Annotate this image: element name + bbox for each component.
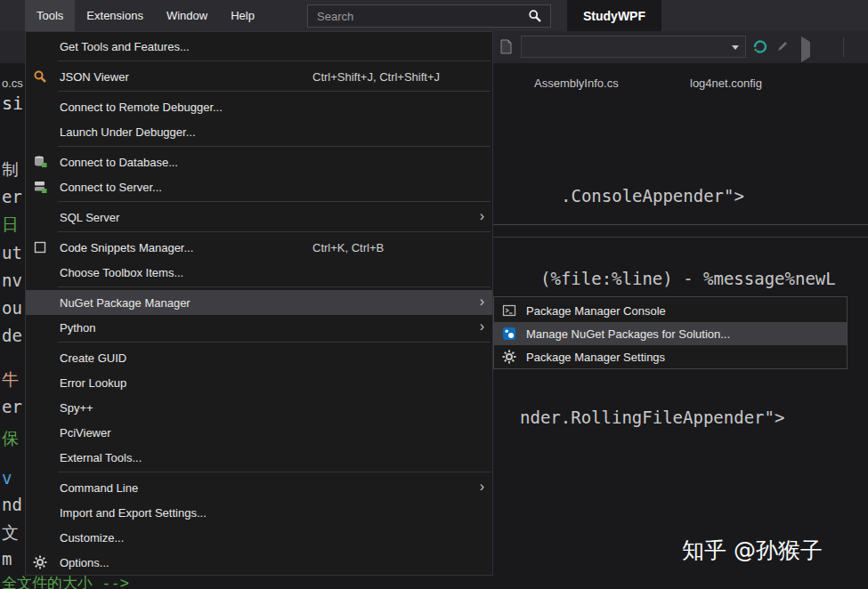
toolbar-combobox[interactable] (521, 36, 746, 58)
menu-item-connect-to-remote-debugger[interactable]: Connect to Remote Debugger... (26, 94, 492, 119)
menu-item-label: Code Snippets Manager... (60, 241, 193, 254)
menu-separator (58, 472, 491, 472)
menu-item-customize[interactable]: Customize... (26, 525, 492, 550)
console-icon (502, 303, 516, 318)
left-fragment: 文 (2, 521, 19, 545)
menu-item-create-guid[interactable]: Create GUID (26, 345, 492, 370)
menu-item-choose-toolbox-items[interactable]: Choose Toolbox Items... (26, 260, 492, 285)
tab-assemblyinfo[interactable]: AssemblyInfo.cs (534, 77, 619, 90)
menubar-item-help[interactable]: Help (219, 0, 266, 31)
menu-item-label: Command Line (60, 481, 138, 495)
left-fragment: ou (2, 298, 22, 318)
menu-item-label: Error Lookup (60, 376, 126, 390)
left-fragment: v (2, 468, 12, 488)
submenu-item-label: Package Manager Settings (526, 351, 665, 364)
database-plug-icon (33, 155, 47, 169)
submenu-item-package-manager-settings[interactable]: Package Manager Settings (494, 345, 847, 368)
submenu-item-manage-nuget-packages-for-solution[interactable]: Manage NuGet Packages for Solution... (494, 322, 847, 345)
menu-item-label: Connect to Database... (60, 156, 178, 169)
editor-divider-line (493, 224, 868, 225)
toolbar-document-icon[interactable] (499, 39, 514, 58)
menu-item-sql-server[interactable]: SQL Server › (26, 205, 492, 230)
edit-pencil-icon[interactable] (776, 39, 790, 56)
left-fragment: de (2, 326, 22, 345)
menu-separator (58, 342, 491, 343)
left-fragment: si (2, 93, 23, 114)
menu-item-json-viewer[interactable]: JSON Viewer Ctrl+Shift+J, Ctrl+Shift+J (26, 64, 492, 89)
menu-item-pciviewer[interactable]: PciViewer (26, 420, 492, 445)
menu-separator (58, 231, 491, 232)
menu-item-options[interactable]: Options... (26, 550, 492, 575)
menu-item-label: Get Tools and Features... (60, 40, 190, 53)
menu-item-label: Python (60, 321, 95, 335)
menu-item-label: Connect to Remote Debugger... (60, 101, 223, 114)
editor-divider-line-2 (493, 237, 868, 238)
play-icon[interactable] (801, 42, 810, 58)
title-bar: Tools Extensions Window Help Search Stud… (0, 0, 868, 31)
menu-item-launch-under-debugger[interactable]: Launch Under Debugger... (26, 119, 492, 144)
menu-item-label: JSON Viewer (60, 70, 129, 84)
submenu-item-label: Manage NuGet Packages for Solution... (526, 327, 730, 341)
left-fragment: o.cs (2, 77, 23, 90)
menu-item-code-snippets-manager[interactable]: Code Snippets Manager... Ctrl+K, Ctrl+B (26, 235, 492, 260)
menu-item-command-line[interactable]: Command Line › (26, 475, 492, 500)
menu-item-get-tools-and-features[interactable]: Get Tools and Features... (26, 34, 492, 59)
submenu-arrow-icon: › (480, 205, 484, 230)
toolbar-separator (843, 37, 844, 57)
menu-bar: Tools Extensions Window Help (25, 0, 266, 31)
menu-separator (58, 91, 491, 92)
left-fragment: er (2, 397, 22, 416)
left-fragment: m (2, 549, 12, 569)
json-viewer-magnifier-icon (33, 69, 47, 84)
menu-separator (58, 286, 491, 287)
menubar-item-extensions[interactable]: Extensions (75, 0, 155, 31)
submenu-item-package-manager-console[interactable]: Package Manager Console (494, 299, 847, 322)
search-input[interactable]: Search (307, 4, 551, 28)
server-plug-icon (33, 180, 47, 194)
search-icon[interactable] (528, 9, 542, 23)
search-placeholder: Search (308, 10, 528, 23)
window-title: StudyWPF (567, 0, 661, 31)
menu-item-error-lookup[interactable]: Error Lookup (26, 370, 492, 395)
menu-item-shortcut: Ctrl+Shift+J, Ctrl+Shift+J (312, 70, 440, 84)
code-snippets-icon (33, 240, 47, 254)
menu-item-label: Customize... (60, 531, 124, 545)
gear-icon (502, 350, 516, 364)
menubar-item-window[interactable]: Window (155, 0, 219, 31)
menu-item-import-and-export-settings[interactable]: Import and Export Settings... (26, 500, 492, 525)
tab-log4net-config[interactable]: log4net.config (690, 77, 762, 90)
menu-item-label: Connect to Server... (60, 181, 162, 194)
code-line-pattern: (%file:%line) - %message%newL (540, 269, 836, 288)
code-line-rolling-appender: nder.RollingFileAppender"> (520, 407, 784, 427)
menu-separator (58, 146, 491, 147)
submenu-item-label: Package Manager Console (526, 304, 666, 318)
left-fragment: nv (2, 270, 22, 290)
menu-item-label: Create GUID (60, 351, 126, 365)
nuget-submenu: Package Manager Console Manage NuGet Pac… (493, 296, 848, 369)
menu-item-python[interactable]: Python › (26, 315, 492, 340)
vs-window: AssemblyInfo.cs log4net.config .ConsoleA… (0, 0, 868, 589)
menu-separator (58, 61, 491, 61)
menu-item-connect-to-database[interactable]: Connect to Database... (26, 149, 492, 174)
menu-item-label: Options... (60, 556, 110, 569)
menu-item-spy-plus-plus[interactable]: Spy++ (26, 395, 492, 420)
left-fragment: er (2, 187, 22, 206)
left-fragment: nd (2, 495, 22, 514)
menubar-item-tools[interactable]: Tools (25, 0, 75, 31)
menu-item-label: Choose Toolbox Items... (60, 266, 183, 279)
menu-separator (58, 201, 491, 202)
menu-item-label: External Tools... (60, 451, 142, 464)
left-fragment: 保 (2, 427, 19, 450)
menu-item-shortcut: Ctrl+K, Ctrl+B (312, 241, 384, 254)
toolbar-sync-icon[interactable] (752, 39, 767, 58)
menu-item-nuget-package-manager[interactable]: NuGet Package Manager › (26, 290, 492, 315)
watermark: 知乎 @孙猴子 (682, 536, 823, 565)
menu-item-external-tools[interactable]: External Tools... (26, 445, 492, 470)
left-fragment: 制 (2, 158, 19, 182)
submenu-arrow-icon: › (480, 475, 484, 500)
submenu-arrow-icon: › (480, 315, 484, 340)
submenu-arrow-icon: › (480, 290, 484, 315)
menu-item-connect-to-server[interactable]: Connect to Server... (26, 174, 492, 199)
menu-item-label: PciViewer (60, 426, 111, 440)
menu-item-label: NuGet Package Manager (60, 296, 191, 310)
